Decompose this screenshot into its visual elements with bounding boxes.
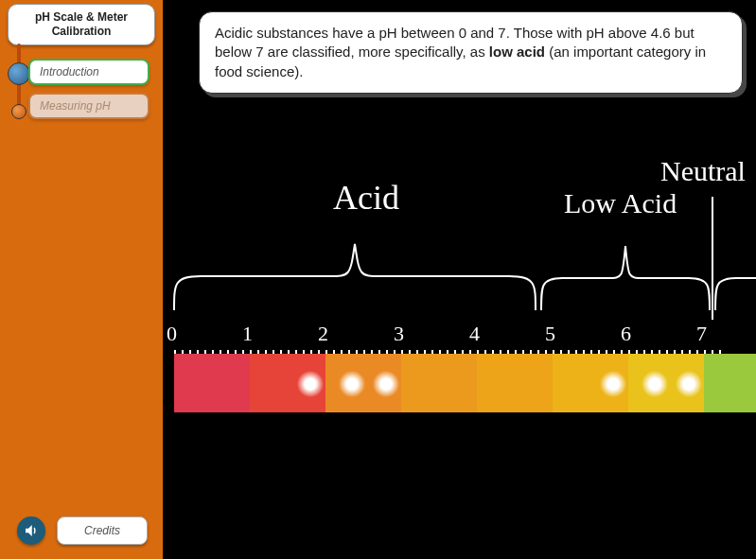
- scale-number-5: 5: [545, 322, 555, 346]
- glow-dot: [297, 371, 324, 397]
- nav-item-introduction[interactable]: Introduction: [28, 59, 149, 85]
- app-title: pH Scale & Meter Calibration: [8, 4, 155, 45]
- scale-number-4: 4: [469, 322, 480, 346]
- ph-segment-7: [704, 354, 756, 412]
- ph-segment-3: [401, 354, 477, 412]
- scale-number-3: 3: [394, 322, 404, 346]
- brace-acid: [172, 236, 537, 312]
- credits-button[interactable]: Credits: [57, 516, 148, 545]
- label-low-acid: Low Acid: [564, 187, 677, 219]
- brace-base-partial: [713, 236, 756, 312]
- info-text-bold: low acid: [489, 44, 545, 60]
- speaker-icon: [23, 522, 40, 539]
- label-neutral: Neutral: [660, 155, 746, 187]
- sidebar: pH Scale & Meter Calibration Introductio…: [0, 0, 163, 559]
- scale-number-0: 0: [167, 322, 177, 346]
- brace-low-acid: [539, 236, 712, 312]
- glow-dot: [642, 371, 668, 397]
- scale-number-1: 1: [242, 322, 253, 346]
- nav-item-measuring-ph[interactable]: Measuring pH: [28, 93, 149, 119]
- glow-dot: [676, 371, 702, 397]
- scale-number-7: 7: [696, 322, 707, 346]
- main-area: Acidic substances have a pH between 0 an…: [163, 0, 756, 559]
- scale-number-6: 6: [621, 322, 631, 346]
- glow-dot: [373, 371, 399, 397]
- glow-dot: [339, 371, 365, 397]
- ph-segment-5: [553, 354, 628, 412]
- ph-segment-0: [174, 354, 250, 412]
- scale-color-row: [174, 354, 756, 412]
- ph-segment-1: [250, 354, 325, 412]
- sound-toggle-button[interactable]: [17, 516, 45, 545]
- ph-scale: Acid Low Acid Neutral 01234567: [182, 161, 756, 445]
- nav-dot-intro: [8, 62, 30, 85]
- nav-dot-measuring: [11, 104, 26, 119]
- glow-dot: [600, 371, 626, 397]
- info-panel: Acidic substances have a pH between 0 an…: [199, 11, 743, 94]
- scale-numbers: 01234567: [167, 322, 756, 350]
- ph-segment-6: [628, 354, 704, 412]
- label-acid: Acid: [333, 178, 399, 218]
- ph-segment-4: [477, 354, 553, 412]
- scale-number-2: 2: [318, 322, 328, 346]
- ph-segment-2: [325, 354, 401, 412]
